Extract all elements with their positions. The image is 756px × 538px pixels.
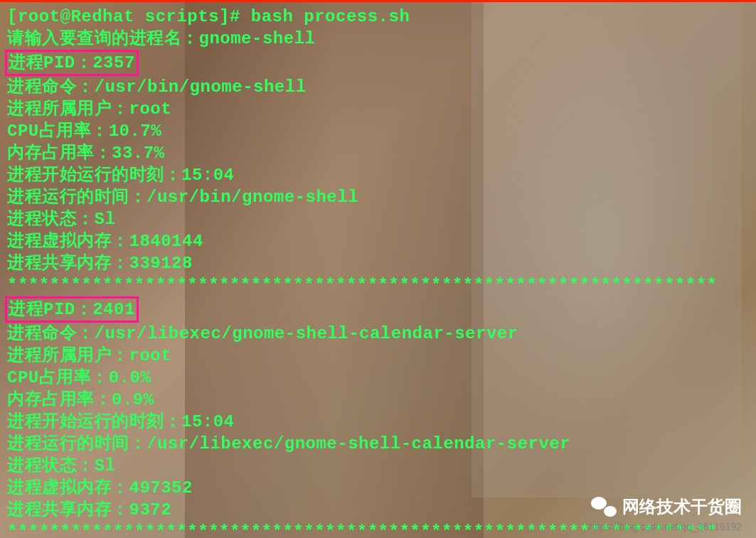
input-prompt-label: 请输入要查询的进程名： bbox=[7, 29, 199, 48]
shell-prompt: [root@Redhat scripts]# bbox=[7, 7, 251, 26]
input-value: gnome-shell bbox=[199, 29, 316, 48]
process-vmem-line: 进程虚拟内存：1840144 bbox=[7, 230, 749, 252]
wechat-icon bbox=[591, 495, 617, 518]
watermark-url: https://blog.csdn.net/qq_36119192 bbox=[589, 521, 742, 532]
shell-command: bash process.sh bbox=[251, 7, 410, 26]
top-border bbox=[0, 0, 756, 2]
process-cpu-line: CPU占用率：10.7% bbox=[7, 120, 749, 142]
wechat-badge: 网络技术干货圈 bbox=[591, 495, 742, 518]
input-line: 请输入要查询的进程名：gnome-shell bbox=[7, 28, 749, 50]
process-cmd-line: 进程命令：/usr/libexec/gnome-shell-calendar-s… bbox=[7, 323, 749, 345]
separator-line: ****************************************… bbox=[7, 274, 749, 296]
process-user-line: 进程所属用户：root bbox=[7, 98, 749, 120]
process-start-line: 进程开始运行的时刻：15:04 bbox=[7, 411, 749, 433]
process-cmd-line: 进程命令：/usr/bin/gnome-shell bbox=[7, 76, 749, 98]
pid-highlight-box: 进程PID：2401 bbox=[5, 296, 139, 323]
process-mem-line: 内存占用率：0.9% bbox=[7, 389, 749, 411]
pid-highlight-box: 进程PID：2357 bbox=[5, 50, 139, 76]
process-pid-line: 进程PID：2401 bbox=[7, 296, 749, 323]
process-start-line: 进程开始运行的时刻：15:04 bbox=[7, 164, 749, 186]
wechat-label: 网络技术干货圈 bbox=[622, 495, 742, 518]
terminal-output[interactable]: [root@Redhat scripts]# bash process.sh 请… bbox=[0, 0, 756, 538]
process-stat-line: 进程状态：Sl bbox=[7, 455, 749, 477]
process-runtime-line: 进程运行的时间：/usr/libexec/gnome-shell-calenda… bbox=[7, 433, 749, 455]
process-runtime-line: 进程运行的时间：/usr/bin/gnome-shell bbox=[7, 186, 749, 208]
prompt-line: [root@Redhat scripts]# bash process.sh bbox=[7, 6, 749, 28]
process-shmem-line: 进程共享内存：339128 bbox=[7, 252, 749, 274]
process-mem-line: 内存占用率：33.7% bbox=[7, 142, 749, 164]
process-stat-line: 进程状态：Sl bbox=[7, 208, 749, 230]
process-cpu-line: CPU占用率：0.0% bbox=[7, 367, 749, 389]
process-pid-line: 进程PID：2357 bbox=[7, 50, 749, 76]
process-user-line: 进程所属用户：root bbox=[7, 345, 749, 367]
